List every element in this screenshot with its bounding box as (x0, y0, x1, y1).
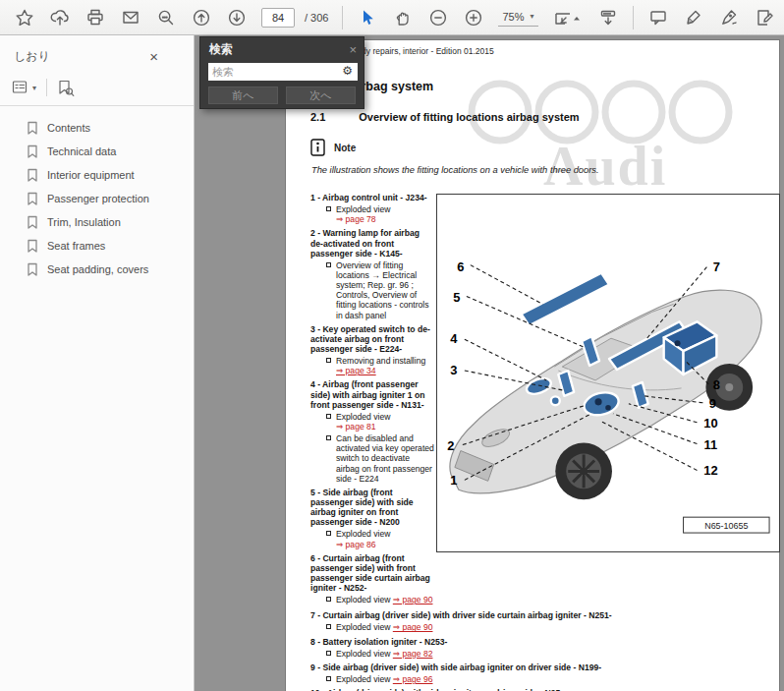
fitting-item: 7 - Curtain airbag (driver side) with dr… (310, 610, 764, 632)
zoom-level-select[interactable]: 75% ▾ (498, 9, 537, 27)
checkbox-marker (326, 624, 331, 629)
item-list-narrow: 1 - Airbag control unit - J234-Exploded … (310, 193, 434, 605)
zoom-out-icon[interactable] (427, 7, 449, 29)
section-title: Overview of fitting locations airbag sys… (359, 111, 579, 123)
comment-icon[interactable] (647, 7, 669, 29)
close-icon[interactable]: × (149, 49, 158, 64)
favorites-star-icon[interactable] (14, 7, 35, 29)
item-sub-text: Exploded view (336, 204, 390, 214)
svg-text:9: 9 (709, 396, 716, 411)
reading-mode-icon[interactable] (597, 7, 619, 29)
svg-text:10: 10 (703, 416, 717, 431)
share-upload-icon[interactable] (49, 7, 71, 29)
document-page: Audi General body repairs, interior - Ed… (285, 39, 780, 691)
page-number-input[interactable] (261, 8, 295, 28)
bookmark-icon (27, 262, 38, 276)
checkbox-marker (326, 531, 331, 536)
checkbox-marker (326, 262, 331, 267)
fitting-item: 8 - Battery isolation igniter - N253-Exp… (310, 637, 764, 659)
zoom-level-value: 75% (502, 11, 524, 23)
front-wheel (555, 443, 612, 500)
search-input[interactable] (208, 63, 358, 81)
page-link[interactable]: ⇒ page 90 (393, 595, 433, 605)
gear-icon[interactable]: ⚙ (342, 64, 353, 78)
bookmark-label: Technical data (47, 145, 116, 157)
chevron-down-icon: ▾ (531, 12, 534, 21)
page-link[interactable]: ⇒ page 78 (336, 214, 390, 224)
page-link[interactable]: ⇒ page 96 (393, 674, 433, 684)
svg-text:3: 3 (450, 363, 457, 377)
fill-sign-pen-icon[interactable] (718, 7, 740, 29)
fitting-item: 9 - Side airbag (driver side) with side … (310, 662, 764, 684)
search-previous-button[interactable]: 前へ (208, 86, 278, 104)
svg-text:7: 7 (713, 259, 720, 274)
sidebar-bookmark-item[interactable]: Trim, Insulation (0, 210, 194, 234)
select-tool-icon[interactable] (357, 7, 378, 29)
search-dialog: 検索 × ⚙ 前へ 次へ (199, 36, 364, 109)
sidebar-bookmark-item[interactable]: Passenger protection (0, 187, 194, 210)
sidebar-bookmark-item[interactable]: Seat padding, covers (0, 258, 194, 281)
item-list-wide: 7 - Curtain airbag (driver side) with dr… (310, 610, 764, 691)
print-icon[interactable] (84, 7, 106, 29)
checkbox-marker (326, 414, 331, 419)
bookmark-icon (27, 144, 38, 158)
sidebar-bookmark-item[interactable]: Technical data (0, 140, 194, 163)
checkbox-marker (326, 651, 331, 656)
zoom-in-icon[interactable] (463, 7, 484, 29)
item-title: 5 - Side airbag (front passenger side) w… (310, 488, 434, 528)
fitting-item: 2 - Warning lamp for airbag de-activated… (310, 228, 434, 319)
item-title: 7 - Curtain airbag (driver side) with dr… (310, 610, 764, 620)
sidebar-bookmark-item[interactable]: Interior equipment (0, 163, 194, 187)
fitting-item: 1 - Airbag control unit - J234-Exploded … (310, 193, 434, 224)
note-icon (310, 139, 325, 156)
previous-page-icon[interactable] (191, 7, 212, 29)
item-title: 4 - Airbag (front passenger side) with a… (310, 379, 434, 409)
checkbox-marker (326, 597, 331, 602)
close-icon[interactable]: × (349, 43, 357, 56)
highlighter-icon[interactable] (683, 7, 704, 29)
search-icon[interactable] (155, 7, 177, 29)
item-sub-text: Exploded view (336, 649, 393, 659)
item-sub-text: Exploded view (336, 674, 393, 684)
search-dialog-title: 検索 (209, 41, 349, 58)
sidebar-bookmark-item[interactable]: Seat frames (0, 234, 194, 258)
bookmark-options-button[interactable]: ▾ (12, 80, 36, 95)
page-link[interactable]: ⇒ page 86 (336, 540, 390, 549)
bookmarks-panel: しおり × ▾ ContentsTechnical dataInterior e… (0, 35, 195, 691)
hand-tool-icon[interactable] (392, 7, 414, 29)
item-title: 9 - Side airbag (driver side) with side … (310, 662, 764, 672)
page-link[interactable]: ⇒ page 90 (393, 622, 433, 632)
item-sub-text: Exploded view (336, 622, 393, 632)
bookmark-icon (27, 168, 38, 182)
bookmark-label: Seat frames (47, 240, 105, 252)
page-total-label: / 306 (305, 12, 328, 24)
svg-text:6: 6 (457, 259, 464, 274)
fitting-item: 4 - Airbag (front passenger side) with a… (310, 379, 434, 483)
chevron-down-icon: ▾ (32, 84, 36, 92)
email-icon[interactable] (120, 7, 141, 29)
bookmark-label: Passenger protection (47, 193, 149, 204)
sidebar-tools-divider (46, 79, 47, 96)
note-label: Note (334, 143, 356, 153)
bookmark-icon (27, 121, 38, 135)
search-next-button[interactable]: 次へ (286, 86, 356, 104)
item-sub-text: Exploded view (336, 529, 390, 539)
bookmark-icon (27, 215, 38, 229)
edit-document-icon[interactable] (754, 7, 775, 29)
next-page-icon[interactable] (226, 7, 248, 29)
bookmark-label: Interior equipment (47, 169, 135, 181)
page-link[interactable]: ⇒ page 81 (336, 422, 390, 432)
svg-text:1: 1 (450, 473, 457, 488)
document-viewport[interactable]: Audi General body repairs, interior - Ed… (195, 35, 784, 691)
page-link[interactable]: ⇒ page 82 (393, 649, 433, 659)
sidebar-bookmark-item[interactable]: Contents (0, 116, 194, 140)
svg-text:12: 12 (703, 463, 717, 478)
item-sub-text: Exploded view (336, 595, 393, 605)
checkbox-marker (326, 206, 331, 211)
page-link[interactable]: ⇒ page 34 (336, 366, 425, 375)
bookmark-icon (27, 192, 38, 205)
locate-bookmark-button[interactable] (57, 80, 75, 96)
checkbox-marker (326, 676, 331, 681)
fit-page-icon[interactable] (552, 7, 584, 29)
figure-code: N65-10655 (704, 521, 748, 531)
